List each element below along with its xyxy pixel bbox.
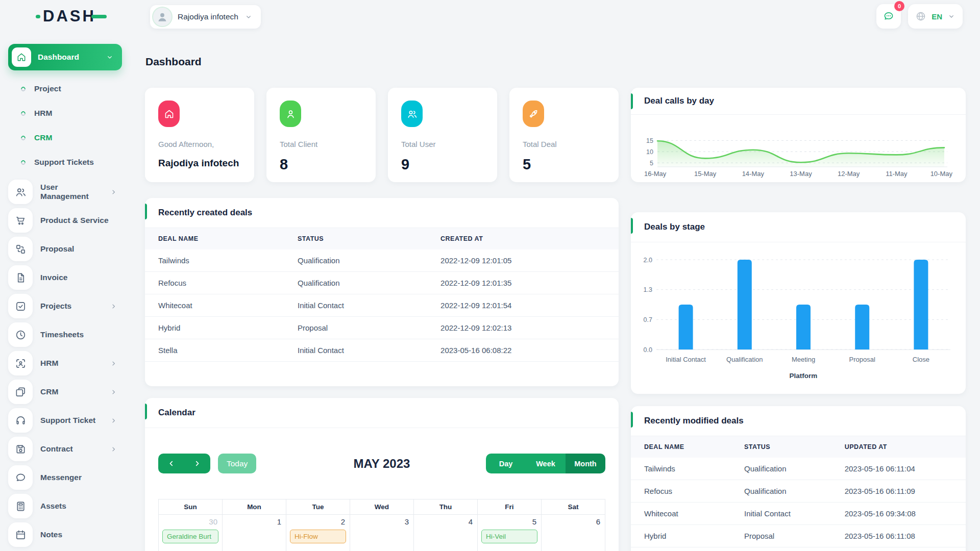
calendar-view-button[interactable]: Week — [526, 454, 566, 473]
sidebar-item-label: Assets — [40, 502, 117, 511]
created-at-cell: 2023-05-16 06:08:22 — [427, 339, 619, 362]
sidebar-item[interactable]: Timesheets — [0, 320, 145, 349]
workspace-selector[interactable]: Rajodiya infotech — [150, 5, 261, 29]
deal-name-cell: Tailwinds — [145, 249, 284, 272]
sidebar-item[interactable]: User Management — [0, 178, 145, 206]
panel-title: Calendar — [158, 408, 195, 417]
sidebar-item[interactable]: Support Ticket — [0, 406, 145, 435]
status-cell: Qualification — [731, 458, 831, 480]
sidebar-item-label: Timesheets — [40, 330, 117, 339]
deal-name-cell: Whitecoat — [631, 503, 731, 525]
sidebar-sub-item[interactable]: Project — [0, 77, 145, 101]
chevron-right-icon — [110, 388, 117, 396]
calendar-event[interactable]: Geraldine Burt — [162, 530, 218, 543]
sidebar-item-label: User Management — [40, 183, 102, 201]
deal-name-cell: Hybrid — [145, 317, 284, 339]
calendar-view-button[interactable]: Month — [566, 454, 605, 473]
updated-at-cell: 2023-05-16 09:34:08 — [831, 503, 966, 525]
recently-created-deals-table: DEAL NAMESTATUSCREATED AT Tailwinds Qual… — [145, 228, 619, 362]
file-icon — [15, 272, 27, 284]
calendar-day-number: 1 — [223, 515, 286, 528]
check-square-icon — [15, 300, 27, 312]
deal-name-cell: Tailwinds — [631, 458, 731, 480]
sidebar-sub-item[interactable]: Support Tickets — [0, 150, 145, 174]
calendar-day-header: Wed — [350, 499, 414, 515]
users-icon — [407, 109, 418, 119]
sidebar-item[interactable]: Proposal — [0, 235, 145, 263]
calendar-day-cell[interactable]: 5 Hi-Veil — [478, 515, 542, 551]
calendar-view-button[interactable]: Day — [486, 454, 526, 473]
calendar-day-cell[interactable]: 3 — [350, 515, 414, 551]
status-cell: Qualification — [284, 272, 427, 294]
stat-card: Total Client 8 — [266, 88, 376, 182]
status-cell: Initial Contact — [284, 294, 427, 317]
calendar-next-button[interactable] — [184, 454, 210, 473]
status-cell: Proposal — [284, 317, 427, 339]
svg-text:Qualification: Qualification — [726, 356, 763, 363]
deal-name-cell: Stella — [145, 339, 284, 362]
deal-name-cell: Whitecoat — [145, 294, 284, 317]
status-cell: Qualification — [284, 249, 427, 272]
sidebar-item-label: Notes — [40, 530, 117, 539]
messages-button[interactable]: 0 — [876, 4, 901, 29]
chevron-right-icon — [110, 417, 117, 424]
sidebar-sub-item-label: HRM — [34, 109, 52, 118]
chevron-right-icon — [110, 303, 117, 310]
sidebar-item[interactable]: Product & Service — [0, 206, 145, 235]
sidebar-sub-item[interactable]: CRM — [0, 126, 145, 150]
workspace-name: Rajodiya infotech — [178, 12, 238, 21]
sidebar-item[interactable]: Notes — [0, 520, 145, 549]
calendar-day-cell[interactable]: 4 — [414, 515, 478, 551]
today-button[interactable]: Today — [218, 454, 256, 473]
table-header: STATUS — [731, 436, 831, 458]
sidebar-item-label: HRM — [40, 359, 102, 368]
language-selector[interactable]: EN — [908, 4, 963, 29]
sidebar-item[interactable]: CRM — [0, 378, 145, 406]
table-header: STATUS — [284, 228, 427, 249]
svg-text:12-May: 12-May — [838, 170, 860, 178]
svg-text:13-May: 13-May — [790, 170, 812, 178]
sidebar-sub-item[interactable]: HRM — [0, 101, 145, 126]
topbar-actions: 0 EN — [876, 4, 963, 29]
calendar-day-number: 30 — [159, 515, 222, 528]
calendar-day-number: 5 — [478, 515, 541, 528]
app-logo[interactable]: DASH — [36, 7, 107, 26]
calendar-view-switcher: DayWeekMonth — [486, 454, 605, 473]
sidebar-item[interactable]: Messenger — [0, 463, 145, 492]
table-row: Hybrid Proposal 2022-12-09 12:02:13 — [145, 317, 619, 339]
status-cell: Qualification — [731, 480, 831, 503]
table-row: Tailwinds Qualification 2023-05-16 06:11… — [631, 458, 966, 480]
sidebar-item[interactable]: HRM — [0, 349, 145, 378]
calendar-day-cell[interactable]: 2 Hi-Flow — [286, 515, 350, 551]
sidebar-item[interactable]: Invoice — [0, 263, 145, 292]
svg-text:15-May: 15-May — [694, 170, 717, 178]
deal-name-cell: Refocus — [631, 480, 731, 503]
calendar-day-cell[interactable]: 6 — [542, 515, 605, 551]
calendar-day-header: Fri — [478, 499, 542, 515]
calendar-prev-button[interactable] — [158, 454, 184, 473]
sidebar-item-label: Product & Service — [40, 216, 117, 225]
sidebar-sub-item-label: Project — [34, 84, 61, 93]
calendar-event[interactable]: Hi-Veil — [481, 530, 537, 543]
chevron-right-icon — [110, 445, 117, 453]
calendar-event[interactable]: Hi-Flow — [290, 530, 346, 543]
table-header: DEAL NAME — [145, 228, 284, 249]
sidebar-item-label: Dashboard — [38, 53, 99, 62]
updated-at-cell: 2023-05-16 06:11:04 — [831, 458, 966, 480]
sidebar-item[interactable]: Contract — [0, 435, 145, 463]
calendar-day-cell[interactable]: 1 — [223, 515, 286, 551]
stat-label: Total User — [401, 140, 484, 148]
globe-icon — [915, 11, 926, 22]
chevron-right-icon — [193, 459, 202, 468]
sidebar-item[interactable]: Assets — [0, 492, 145, 520]
sidebar-item-dashboard[interactable]: Dashboard — [8, 44, 122, 70]
calendar-day-number: 3 — [350, 515, 413, 528]
table-row: Hybrid Proposal 2023-05-16 06:11:08 — [631, 525, 966, 547]
chat-icon — [15, 472, 27, 484]
panel-title: Recently created deals — [158, 208, 252, 217]
svg-text:Meeting: Meeting — [792, 356, 815, 363]
svg-text:0.0: 0.0 — [644, 346, 652, 354]
sidebar-item[interactable]: Projects — [0, 292, 145, 320]
calendar-panel: Calendar Today MAY 2023 DayWeekMonth Sun… — [145, 398, 619, 551]
calendar-day-cell[interactable]: 30 Geraldine Burt — [159, 515, 223, 551]
